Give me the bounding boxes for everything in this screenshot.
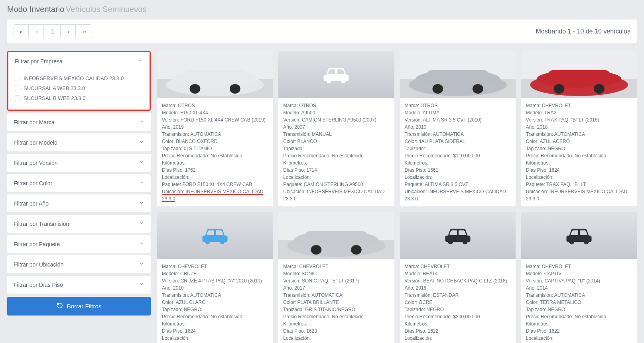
version: Versión: SONIC PAQ. "E" LT (2017) <box>283 277 389 284</box>
loc: Localización: <box>283 174 389 181</box>
km: Kilómetros: <box>526 320 632 327</box>
tapizado: Tapizado: GRIS TITANIO/NEGRO <box>283 306 389 313</box>
filter-header[interactable]: Filtrar por Versión <box>7 154 151 172</box>
ubicacion: Ubicación: INFORSERVEIS MEXICO CALIDAD 2… <box>283 188 389 202</box>
version: Versión: CAPTIVA PAQ. "D" (2014) <box>526 277 632 284</box>
tapizado: Tapizado: NEGRO <box>526 306 632 313</box>
filter-header[interactable]: Filtrar por Color <box>7 174 151 192</box>
vehicle-card[interactable]: Marca: CHEVROLETModelo: BEAT4Versión: BE… <box>400 212 516 343</box>
km: Kilómetros: <box>283 320 389 327</box>
filter-label: Filtrar por Paquete <box>14 241 60 247</box>
dias: Días Piso: 1714 <box>283 167 389 174</box>
filter-header[interactable]: Filtrar por Modelo <box>7 133 151 151</box>
vehicle-details: Marca: OTROSModelo: F150 XL 4X4Versión: … <box>157 98 273 206</box>
pager-first-button[interactable]: « <box>14 25 29 38</box>
dias: Días Piso: 1622 <box>405 327 511 335</box>
filter-header[interactable]: Filtrar por Días Piso <box>7 276 151 294</box>
vehicle-card[interactable]: Marca: CHEVROLETModelo: TRAXVersión: TRA… <box>521 51 637 206</box>
marca: Marca: OTROS <box>405 102 511 109</box>
precio: Precio Recomendado: $110,000.00 <box>405 152 511 159</box>
filter-label: Filtrar por Versión <box>14 160 57 166</box>
transmision: Transmisión: AUTOMATICA <box>283 292 389 299</box>
modelo: Modelo: F150 XL 4X4 <box>162 109 268 116</box>
transmision: Transmisión: AUTOMATICA <box>162 131 268 138</box>
filter-group: Filtrar por Ubicación <box>7 255 151 273</box>
svg-rect-18 <box>548 70 610 82</box>
km: Kilómetros: <box>162 159 268 167</box>
filter-empresa-option[interactable]: SUCURSAL B WEB 23.3.0 <box>15 93 143 103</box>
vehicle-details: Marca: CHEVROLETModelo: TRAXVersión: TRA… <box>521 98 637 206</box>
chevron-down-icon <box>139 281 144 288</box>
dias: Días Piso: 1624 <box>526 167 632 174</box>
pager-next-button[interactable]: › <box>62 25 76 38</box>
pager-page-button[interactable]: 1 <box>45 25 60 38</box>
vehicle-card[interactable]: Marca: OTROSModelo: ALTIMAVersión: ALTIM… <box>400 51 516 206</box>
filter-empresa-option[interactable]: SUCURSAL A WEB 23.3.0 <box>15 83 143 93</box>
marca: Marca: CHEVROLET <box>526 263 632 270</box>
version: Versión: TRAX PAQ. "B" LT (2018) <box>526 116 632 123</box>
svg-rect-25 <box>305 231 367 243</box>
paquete: Paquete: CAMION STERLING A9500 <box>283 181 389 188</box>
marca: Marca: CHEVROLET <box>405 263 511 270</box>
chevron-down-icon <box>139 180 144 186</box>
precio: Precio Recomendado: $200,000.00 <box>405 313 511 320</box>
filter-empresa-header[interactable]: Filtrar por Empresa <box>8 52 150 70</box>
vehicle-card[interactable]: Marca: CHEVROLETModelo: SONICVersión: SO… <box>278 212 394 343</box>
precio: Precio Recomendado: No establecido <box>162 313 268 320</box>
filter-option-label: SUCURSAL A WEB 23.3.0 <box>24 85 85 91</box>
pager-last-button[interactable]: » <box>77 25 92 38</box>
filter-group: Filtrar por Color <box>7 174 151 192</box>
transmision: Transmisión: MANUAL <box>283 131 389 138</box>
color: Color: 4AU PLATA SIDERAL <box>405 138 511 145</box>
page-subtitle: Vehículos Seminuevos <box>66 5 146 14</box>
tapizado: Tapizado: <box>283 145 389 152</box>
vehicle-image <box>521 212 637 259</box>
filter-label: Filtrar por Ubicación <box>14 261 63 268</box>
dias: Días Piso: 1622 <box>526 327 632 335</box>
loc: Localización: <box>526 335 632 342</box>
svg-rect-11 <box>426 70 488 82</box>
filter-header[interactable]: Filtrar por Ubicación <box>7 255 151 273</box>
tapizado: Tapizado: NEGRO <box>405 306 511 313</box>
filter-checkbox[interactable] <box>15 96 20 101</box>
version: Versión: CRUZE 4 PTAS PAQ. "A" 2010 (201… <box>162 277 268 284</box>
filter-checkbox[interactable] <box>15 86 20 91</box>
vehicle-card[interactable]: Marca: OTROSModelo: F150 XL 4X4Versión: … <box>157 51 273 206</box>
modelo: Modelo: CRUZE <box>162 270 268 277</box>
transmision: Transmisión: AUTOMATICA <box>162 292 268 299</box>
filter-checkbox[interactable] <box>15 76 20 81</box>
chevron-down-icon <box>139 220 144 227</box>
filter-empresa: Filtrar por Empresa INFORSERVEIS MEXICO … <box>7 51 151 111</box>
vehicle-card[interactable]: Marca: CHEVROLETModelo: CRUZEVersión: CR… <box>157 212 273 343</box>
modelo: Modelo: ALTIMA <box>405 109 511 116</box>
ano: Año: 2017 <box>283 284 389 292</box>
vehicle-card[interactable]: Marca: CHEVROLETModelo: CAPTIVVersión: C… <box>521 212 637 343</box>
vehicle-details: Marca: OTROSModelo: A9500Versión: CAMION… <box>278 98 394 206</box>
vehicle-details: Marca: CHEVROLETModelo: CAPTIVVersión: C… <box>521 259 637 343</box>
dias: Días Piso: 1624 <box>162 327 268 335</box>
filter-header[interactable]: Filtrar por Año <box>7 194 151 212</box>
color: Color: AZUL ACERO <box>526 138 632 145</box>
vehicle-details: Marca: OTROSModelo: ALTIMAVersión: ALTIM… <box>400 98 516 206</box>
chevron-down-icon <box>139 200 144 207</box>
loc: Localización: <box>405 174 511 181</box>
clear-filters-label: Borrar Filtros <box>67 303 102 310</box>
svg-point-20 <box>594 84 605 94</box>
ano: Año: 2019 <box>162 123 268 131</box>
precio: Precio Recomendado: No establecido <box>283 152 389 159</box>
clear-filters-button[interactable]: Borrar Filtros <box>7 297 151 316</box>
km: Kilómetros: <box>283 159 389 167</box>
tapizado: Tapizado: NEGRO <box>526 145 632 152</box>
filter-header[interactable]: Filtrar por Marca <box>7 113 151 131</box>
filter-header[interactable]: Filtrar por Transmisión <box>7 215 151 233</box>
filter-sidebar: Filtrar por Empresa INFORSERVEIS MEXICO … <box>7 51 151 343</box>
filter-label: Filtrar por Color <box>14 180 52 186</box>
vehicle-card[interactable]: Marca: OTROSModelo: A9500Versión: CAMION… <box>278 51 394 206</box>
vehicle-grid: Marca: OTROSModelo: F150 XL 4X4Versión: … <box>157 51 637 343</box>
filter-empresa-label: Filtrar por Empresa <box>15 58 63 65</box>
pager-prev-button[interactable]: ‹ <box>30 25 44 38</box>
filter-empresa-option[interactable]: INFORSERVEIS MEXICO CALIDAD 23.3.0 <box>15 73 143 83</box>
km: Kilómetros: <box>162 320 268 327</box>
filter-header[interactable]: Filtrar por Paquete <box>7 235 151 253</box>
tapizado: Tapizado: 01S TITANIO <box>162 145 268 152</box>
